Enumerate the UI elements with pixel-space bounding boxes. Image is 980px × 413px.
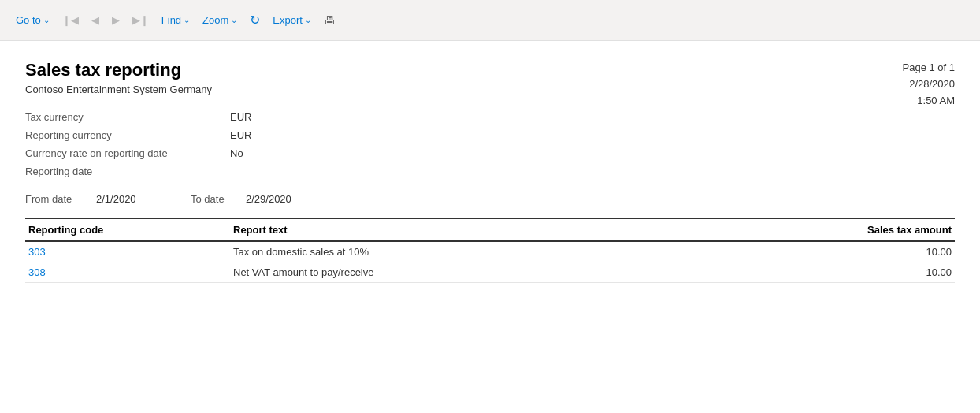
table-row: 308 Net VAT amount to pay/receive 10.00 [25, 262, 955, 283]
goto-label: Go to [16, 14, 41, 26]
col-header-text: Report text [230, 218, 829, 241]
refresh-button[interactable]: ↻ [247, 9, 263, 31]
date-range-row: From date 2/1/2020 To date 2/29/2020 [25, 193, 955, 205]
to-date-value: 2/29/2020 [246, 193, 340, 205]
find-chevron-icon: ⌄ [184, 16, 190, 24]
meta-row: Currency rate on reporting date No [25, 144, 955, 162]
export-button[interactable]: Export ⌄ [269, 11, 314, 29]
find-button[interactable]: Find ⌄ [158, 11, 193, 29]
meta-label-2: Currency rate on reporting date [25, 144, 230, 162]
refresh-icon: ↻ [250, 13, 260, 28]
report-time: 1:50 AM [903, 93, 956, 110]
meta-value-0: EUR [230, 108, 955, 126]
meta-row: Tax currency EUR [25, 108, 955, 126]
next-page-icon: ▶ [112, 14, 120, 26]
report-company: Contoso Entertainment System Germany [25, 84, 955, 95]
toolbar: Go to ⌄ ❙◀ ◀ ▶ ▶❙ Find ⌄ Zoom ⌄ ↻ Export… [0, 0, 980, 41]
last-page-icon: ▶❙ [132, 14, 149, 26]
report-title: Sales tax reporting [25, 60, 955, 80]
prev-page-button[interactable]: ◀ [88, 11, 102, 29]
zoom-button[interactable]: Zoom ⌄ [199, 11, 240, 29]
meta-label-1: Reporting currency [25, 126, 230, 144]
zoom-label: Zoom [202, 14, 228, 26]
next-page-button[interactable]: ▶ [109, 11, 123, 29]
report-date: 2/28/2020 [903, 76, 956, 93]
to-date-label: To date [191, 193, 246, 205]
data-table: Reporting code Report text Sales tax amo… [25, 218, 955, 283]
col-header-amount: Sales tax amount [829, 218, 955, 241]
first-page-button[interactable]: ❙◀ [59, 11, 82, 29]
meta-value-1: EUR [230, 126, 955, 144]
cell-code-1: 308 [25, 262, 230, 283]
meta-value-2: No [230, 144, 955, 162]
goto-chevron-icon: ⌄ [43, 16, 50, 24]
goto-button[interactable]: Go to ⌄ [13, 11, 53, 29]
zoom-chevron-icon: ⌄ [231, 16, 237, 24]
code-link-1[interactable]: 308 [28, 266, 46, 278]
meta-label-0: Tax currency [25, 108, 230, 126]
export-chevron-icon: ⌄ [305, 16, 311, 24]
cell-text-0: Tax on domestic sales at 10% [230, 241, 829, 262]
meta-row: Reporting currency EUR [25, 126, 955, 144]
meta-label-3: Reporting date [25, 162, 230, 180]
last-page-button[interactable]: ▶❙ [129, 11, 152, 29]
table-header-row: Reporting code Report text Sales tax amo… [25, 218, 955, 241]
export-label: Export [273, 14, 303, 26]
cell-amount-1: 10.00 [829, 262, 955, 283]
from-date-value: 2/1/2020 [96, 193, 191, 205]
cell-amount-0: 10.00 [829, 241, 955, 262]
meta-value-3 [230, 162, 955, 180]
print-icon: 🖶 [324, 13, 336, 27]
col-header-code: Reporting code [25, 218, 230, 241]
code-link-0[interactable]: 303 [28, 246, 46, 258]
first-page-icon: ❙◀ [62, 14, 79, 26]
print-button[interactable]: 🖶 [321, 10, 339, 30]
cell-text-1: Net VAT amount to pay/receive [230, 262, 829, 283]
find-label: Find [161, 14, 181, 26]
page-info: Page 1 of 1 2/28/2020 1:50 AM [903, 60, 956, 109]
meta-row: Reporting date [25, 162, 955, 180]
metadata-table: Tax currency EUR Reporting currency EUR … [25, 108, 955, 180]
prev-page-icon: ◀ [91, 14, 99, 26]
cell-code-0: 303 [25, 241, 230, 262]
from-date-label: From date [25, 193, 96, 205]
page-number: Page 1 of 1 [903, 60, 956, 76]
table-row: 303 Tax on domestic sales at 10% 10.00 [25, 241, 955, 262]
report-area: Page 1 of 1 2/28/2020 1:50 AM Sales tax … [0, 41, 980, 413]
